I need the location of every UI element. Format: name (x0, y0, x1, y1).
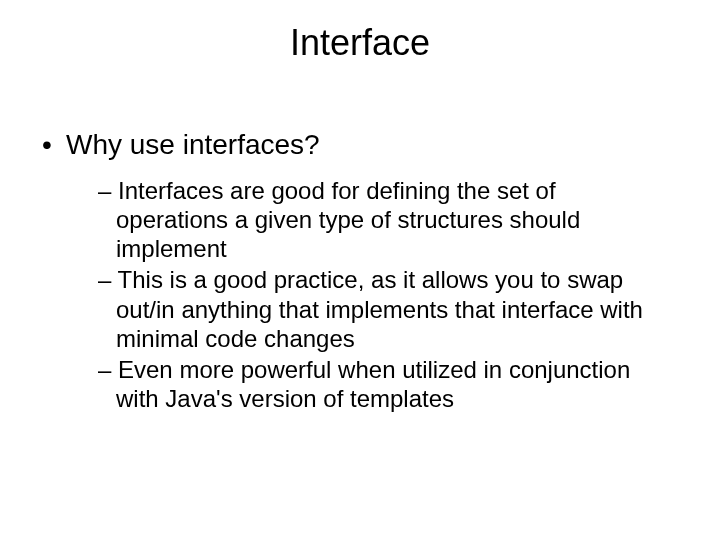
dash-icon: – (98, 177, 118, 204)
bullet-level2-group: – Interfaces are good for defining the s… (98, 176, 670, 414)
bullet-level1-text: Why use interfaces? (66, 129, 320, 160)
bullet-level2-text: Even more powerful when utilized in conj… (116, 356, 630, 412)
bullet-dot-icon: • (42, 128, 66, 162)
bullet-level1: •Why use interfaces? (42, 128, 670, 162)
slide-title: Interface (0, 22, 720, 64)
bullet-level2: – This is a good practice, as it allows … (98, 265, 670, 353)
dash-icon: – (98, 266, 118, 293)
bullet-level2-text: This is a good practice, as it allows yo… (116, 266, 643, 352)
bullet-level2: – Interfaces are good for defining the s… (98, 176, 670, 264)
slide: Interface •Why use interfaces? – Interfa… (0, 0, 720, 540)
dash-icon: – (98, 356, 118, 383)
slide-body: •Why use interfaces? – Interfaces are go… (42, 128, 670, 416)
bullet-level2-text: Interfaces are good for defining the set… (116, 177, 580, 263)
bullet-level2: – Even more powerful when utilized in co… (98, 355, 670, 414)
